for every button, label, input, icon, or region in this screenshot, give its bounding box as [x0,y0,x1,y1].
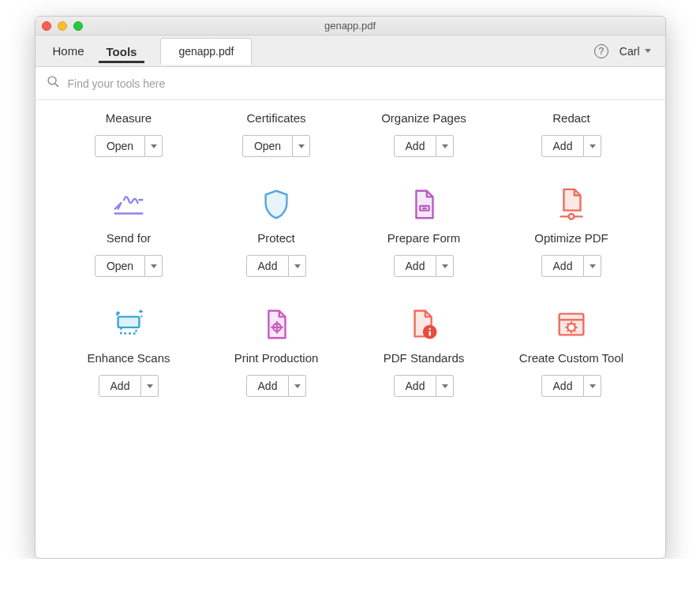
pdf-info-icon [406,301,442,348]
signature-icon [110,181,147,228]
tool-label: PDF Standards [384,351,465,365]
tool-send-for-signature: Send for Open [59,181,199,277]
window-title: genapp.pdf [36,20,665,32]
svg-line-1 [54,84,58,87]
help-icon[interactable]: ? [594,44,608,58]
tool-action-dropdown[interactable] [289,255,306,277]
tool-action-dropdown[interactable] [584,135,601,157]
tool-action-button[interactable]: Add [246,255,290,277]
tool-label: Organize Pages [381,111,466,125]
chevron-down-icon [298,144,305,148]
tool-action-button[interactable]: Add [541,375,585,397]
chevron-down-icon [590,384,596,388]
tool-certificates: Certificates Open [207,111,346,157]
tool-pdf-standards: PDF Standards Add [354,301,494,397]
tool-grid: Measure Open Certificates Open Organize … [59,108,642,397]
tool-label: Send for [107,231,152,245]
tools-content[interactable]: Measure Open Certificates Open Organize … [36,100,665,558]
tool-label: Protect [257,231,295,245]
tool-action-dropdown[interactable] [289,375,306,397]
tool-label: Certificates [246,111,305,125]
tool-action-button[interactable]: Add [394,255,437,277]
scanner-icon [110,301,147,348]
tool-action-dropdown[interactable] [436,135,454,157]
svg-line-22 [574,330,575,331]
app-window: genapp.pdf Home Tools genapp.pdf ? Carl … [35,16,666,559]
tool-action-button[interactable]: Add [541,255,585,277]
tool-action-button[interactable]: Open [242,135,293,157]
search-bar [36,67,665,100]
tool-prepare-form: Prepare Form Add [354,181,494,277]
home-tab[interactable]: Home [45,39,92,62]
chevron-down-icon [151,264,157,268]
tool-action-dropdown[interactable] [584,255,601,277]
chevron-down-icon [147,384,153,388]
tool-label: Optimize PDF [534,231,608,245]
chevron-down-icon [442,384,448,388]
user-menu[interactable]: Carl [615,42,656,61]
chevron-down-icon [294,384,301,388]
tool-label: Measure [106,111,152,125]
search-icon [47,75,60,92]
tool-action-dropdown[interactable] [145,255,163,277]
tool-label: Create Custom Tool [519,351,623,365]
form-icon [406,181,442,228]
gear-window-icon [553,301,590,348]
tool-label: Prepare Form [387,231,461,245]
svg-line-21 [567,324,569,325]
tools-tab[interactable]: Tools [99,40,145,63]
svg-point-6 [569,214,575,219]
svg-point-0 [48,77,56,84]
titlebar: genapp.pdf [36,17,665,36]
tool-action-button[interactable]: Open [95,255,145,277]
user-name: Carl [620,45,640,58]
tool-label: Redact [552,111,590,125]
tool-organize-pages: Organize Pages Add [354,111,494,157]
svg-rect-7 [118,316,140,327]
tool-measure: Measure Open [59,111,199,157]
tool-action-button[interactable]: Add [246,375,290,397]
chevron-down-icon [645,49,651,53]
shield-icon [258,181,294,228]
document-tab[interactable]: genapp.pdf [160,38,252,65]
tool-create-custom-tool: Create Custom Tool Add [502,301,642,397]
tool-action-dropdown[interactable] [293,135,310,157]
tool-optimize-pdf: Optimize PDF Add [502,181,642,277]
tool-redact: Redact Add [502,111,642,157]
svg-line-23 [574,324,575,325]
chevron-down-icon [442,264,448,268]
tool-action-dropdown[interactable] [436,255,454,277]
main-toolbar: Home Tools genapp.pdf ? Carl [36,36,665,67]
chevron-down-icon [590,144,596,148]
chevron-down-icon [442,144,448,148]
tool-protect: Protect Add [207,181,346,277]
tool-action-button[interactable]: Add [99,375,142,397]
tool-action-dropdown[interactable] [584,375,601,397]
chevron-down-icon [151,144,157,148]
chevron-down-icon [590,264,596,268]
tool-action-dropdown[interactable] [141,375,159,397]
tool-action-button[interactable]: Add [541,135,585,157]
svg-point-12 [429,328,430,330]
tool-action-dropdown[interactable] [436,375,454,397]
optimize-icon [553,181,590,228]
tool-action-button[interactable]: Open [95,135,145,157]
chevron-down-icon [294,264,301,268]
print-target-icon [258,301,294,348]
search-input[interactable] [68,77,654,90]
tool-label: Print Production [234,351,319,365]
tool-print-production: Print Production Add [207,301,346,397]
tool-label: Enhance Scans [87,351,170,365]
tool-action-dropdown[interactable] [145,135,163,157]
tool-action-button[interactable]: Add [394,375,437,397]
tool-action-button[interactable]: Add [394,135,437,157]
tool-enhance-scans: Enhance Scans Add [59,301,199,397]
svg-line-24 [567,330,569,331]
